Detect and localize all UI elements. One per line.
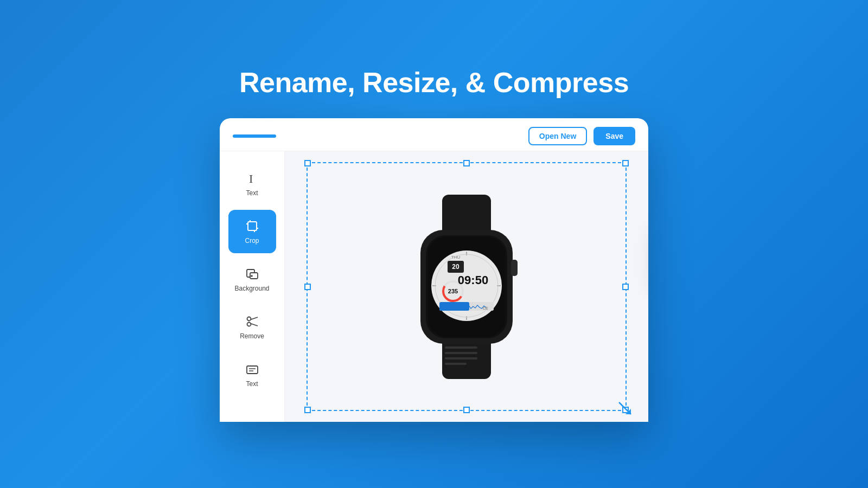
svg-text:CE: CE bbox=[483, 306, 488, 310]
text-cursor-icon: I bbox=[245, 171, 260, 186]
svg-rect-14 bbox=[247, 366, 258, 374]
svg-rect-1 bbox=[248, 222, 257, 230]
svg-text:THU: THU bbox=[451, 255, 461, 260]
watch-image: 20 THU 09:50 235 CE bbox=[391, 195, 542, 379]
svg-line-13 bbox=[250, 324, 258, 326]
sidebar-label-text2: Text bbox=[246, 380, 258, 388]
crop-handle-tr[interactable] bbox=[622, 160, 629, 166]
svg-text:I: I bbox=[249, 172, 253, 185]
crop-handle-tl[interactable] bbox=[304, 160, 311, 166]
sidebar-item-remove[interactable]: Remove bbox=[228, 305, 276, 349]
svg-rect-19 bbox=[445, 346, 477, 349]
svg-point-10 bbox=[247, 317, 251, 321]
sidebar-label-crop: Crop bbox=[245, 237, 259, 245]
crop-handle-tm[interactable] bbox=[463, 160, 470, 166]
sidebar: I Text Crop bbox=[220, 151, 285, 422]
window-header: Open New Save bbox=[220, 118, 648, 151]
crop-handle-mr[interactable] bbox=[622, 284, 629, 290]
header-buttons: Open New Save bbox=[528, 127, 635, 145]
canvas-area: 20 THU 09:50 235 CE bbox=[285, 151, 648, 422]
svg-rect-21 bbox=[445, 357, 477, 359]
svg-text:20: 20 bbox=[452, 263, 459, 271]
crop-icon bbox=[245, 219, 260, 234]
window-body: I Text Crop bbox=[220, 151, 648, 422]
svg-rect-22 bbox=[445, 363, 467, 365]
scissors-icon bbox=[245, 314, 260, 329]
svg-text:09:50: 09:50 bbox=[458, 273, 488, 287]
sidebar-label-remove: Remove bbox=[240, 332, 264, 340]
svg-line-12 bbox=[250, 317, 258, 320]
crop-handle-bm[interactable] bbox=[463, 407, 470, 413]
svg-rect-24 bbox=[511, 260, 518, 276]
svg-rect-20 bbox=[445, 352, 477, 354]
sidebar-label-text1: Text bbox=[246, 189, 258, 197]
sidebar-item-text1[interactable]: I Text bbox=[228, 162, 276, 206]
crop-handle-bl[interactable] bbox=[304, 407, 311, 413]
text-box-icon bbox=[245, 362, 260, 377]
background-icon bbox=[245, 266, 260, 281]
svg-text:235: 235 bbox=[448, 288, 458, 294]
page-title: Rename, Resize, & Compress bbox=[239, 66, 629, 99]
sidebar-item-crop[interactable]: Crop bbox=[228, 210, 276, 253]
app-window: Open New Save I Text bbox=[220, 118, 648, 422]
svg-point-11 bbox=[247, 323, 251, 326]
open-new-button[interactable]: Open New bbox=[528, 127, 587, 145]
sidebar-item-background[interactable]: Background bbox=[228, 258, 276, 301]
save-button[interactable]: Save bbox=[593, 127, 635, 145]
sidebar-item-text2[interactable]: Text bbox=[228, 353, 276, 396]
resize-arrow-icon bbox=[617, 400, 633, 416]
sidebar-label-background: Background bbox=[234, 285, 269, 292]
logo-bar bbox=[233, 134, 276, 138]
crop-handle-ml[interactable] bbox=[304, 284, 311, 290]
